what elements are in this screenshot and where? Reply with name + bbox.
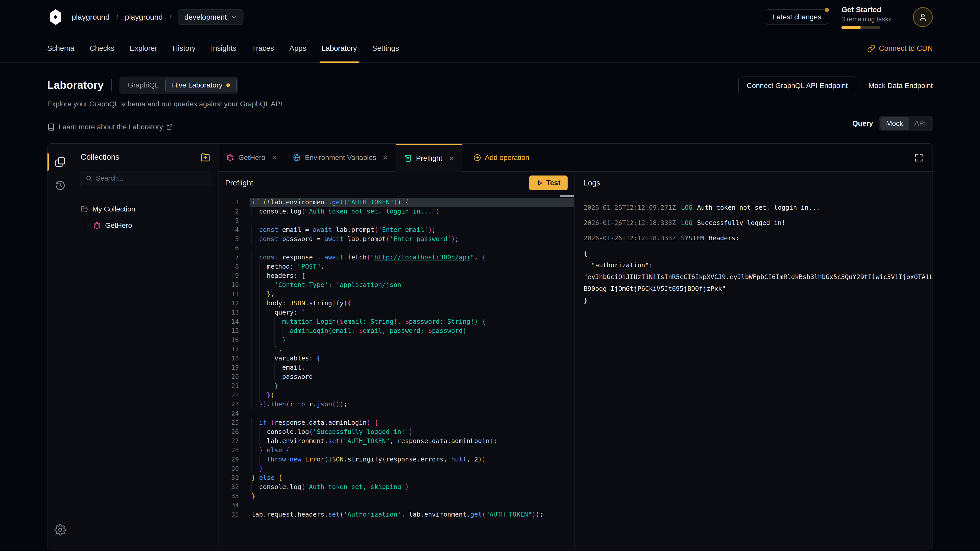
logs-title: Logs	[584, 179, 600, 187]
code-line[interactable]: 8 method: "POST",	[218, 262, 574, 271]
history-icon	[54, 179, 66, 191]
code-line[interactable]: 21 }	[218, 381, 574, 391]
nav-tab-checks[interactable]: Checks	[82, 34, 122, 62]
collections-search[interactable]	[80, 171, 211, 186]
code-line[interactable]: 35lab.request.headers.set('Authorization…	[218, 510, 574, 519]
search-input[interactable]	[96, 175, 206, 183]
line-number: 12	[218, 299, 250, 308]
fullscreen-button[interactable]	[914, 152, 924, 163]
mock-endpoint-button[interactable]: Mock Data Endpoint	[869, 82, 933, 90]
close-tab-icon[interactable]: ×	[449, 154, 454, 163]
tab-gethero[interactable]: GetHero×	[218, 144, 285, 171]
code-editor[interactable]: 1if (!lab.environment.get("AUTH_TOKEN"))…	[218, 194, 574, 549]
latest-changes-button[interactable]: Latest changes	[766, 10, 828, 25]
breadcrumb-org[interactable]: playground	[72, 13, 110, 21]
collection-folder-my-collection[interactable]: My Collection	[80, 201, 211, 218]
close-tab-icon[interactable]: ×	[272, 153, 277, 162]
code-line[interactable]: 5 const password = await lab.prompt('Ent…	[218, 234, 574, 244]
query-api-option[interactable]: API	[909, 117, 932, 130]
main-nav: SchemaChecksExplorerHistoryInsightsTrace…	[0, 34, 980, 63]
tab-environment-variables[interactable]: Environment Variables×	[285, 144, 396, 171]
code-line[interactable]: 33}	[218, 492, 574, 501]
code-line[interactable]: 4 const email = await lab.prompt('Enter …	[218, 225, 574, 234]
settings-rail-button[interactable]	[48, 518, 73, 541]
line-number: 19	[218, 363, 250, 372]
nav-tab-explorer[interactable]: Explorer	[122, 34, 165, 62]
latest-changes-label: Latest changes	[773, 13, 821, 21]
nav-tab-history[interactable]: History	[165, 34, 203, 62]
line-number: 7	[218, 253, 250, 262]
hive-logo-icon[interactable]	[47, 9, 64, 25]
code-line[interactable]: 34	[218, 501, 574, 510]
tab-label: Environment Variables	[305, 154, 376, 162]
breadcrumb: playground / playground / development	[72, 10, 243, 25]
code-line[interactable]: 28 } else {	[218, 446, 574, 455]
code-line[interactable]: 32 console.log('Auth token set, skipping…	[218, 483, 574, 492]
get-started-widget[interactable]: Get Started 3 remaining tasks	[842, 6, 903, 29]
code-line[interactable]: 22 })	[218, 391, 574, 400]
line-number: 1	[218, 198, 250, 207]
page-title: Laboratory	[47, 79, 103, 91]
code-line[interactable]: 10 'Content-Type': 'application/json'	[218, 280, 574, 289]
scrollbar-thumb[interactable]	[560, 195, 574, 197]
code-line[interactable]: 17 `,	[218, 345, 574, 354]
log-raw-line: "authorization":	[584, 259, 932, 271]
laboratory-panel: Collections My Collection GetHero GetHer…	[47, 143, 933, 549]
close-tab-icon[interactable]: ×	[383, 153, 388, 162]
nav-tab-apps[interactable]: Apps	[282, 34, 314, 62]
code-line[interactable]: 25 if (response.data.adminLogin) {	[218, 418, 574, 427]
connect-endpoint-button[interactable]: Connect GraphQL API Endpoint	[738, 76, 856, 95]
nav-tab-laboratory[interactable]: Laboratory	[314, 34, 365, 62]
code-line[interactable]: 13 query: `	[218, 308, 574, 317]
code-line[interactable]: 6	[218, 244, 574, 253]
history-rail-button[interactable]	[48, 174, 73, 197]
code-line[interactable]: 20 password	[218, 372, 574, 381]
test-button[interactable]: Test	[529, 176, 568, 190]
code-line[interactable]: 11 },	[218, 289, 574, 299]
toggle-hive-laboratory[interactable]: Hive Laboratory	[165, 78, 237, 92]
query-mock-option[interactable]: Mock	[880, 117, 909, 130]
learn-more-link[interactable]: Learn more about the Laboratory	[47, 123, 172, 131]
code-line[interactable]: 19 email,	[218, 363, 574, 372]
breadcrumb-project[interactable]: playground	[125, 13, 162, 21]
code-line[interactable]: 31} else {	[218, 473, 574, 483]
nav-tab-settings[interactable]: Settings	[365, 34, 407, 62]
line-number: 11	[218, 289, 250, 299]
collections-rail-button[interactable]	[48, 150, 73, 174]
code-line[interactable]: 2 console.log('Auth token not set, loggi…	[218, 207, 574, 216]
log-raw-line: }	[584, 295, 932, 306]
toggle-graphiql[interactable]: GraphiQL	[121, 78, 165, 92]
page-subtitle: Explore your GraphQL schema and run quer…	[47, 100, 933, 108]
code-line[interactable]: 14 mutation Login($email: String!, $pass…	[218, 317, 574, 326]
tab-preflight[interactable]: Preflight×	[396, 144, 462, 171]
code-line[interactable]: 16 }	[218, 335, 574, 345]
user-avatar[interactable]	[913, 7, 933, 27]
logs-output[interactable]: 2026-01-26T12:12:09.271ZLOGAuth token no…	[574, 194, 932, 549]
code-line[interactable]: 1if (!lab.environment.get("AUTH_TOKEN"))…	[218, 198, 574, 207]
code-line[interactable]: 15 adminLogin(email: $email, password: $…	[218, 326, 574, 335]
operation-gethero[interactable]: GetHero	[93, 218, 211, 233]
code-line[interactable]: 27 lab.environment.set("AUTH_TOKEN", res…	[218, 437, 574, 446]
external-link-icon	[166, 124, 172, 130]
nav-tab-insights[interactable]: Insights	[203, 34, 244, 62]
code-line[interactable]: 30 }	[218, 464, 574, 473]
nav-tab-traces[interactable]: Traces	[244, 34, 282, 62]
nav-tab-schema[interactable]: Schema	[40, 34, 82, 62]
code-line[interactable]: 26 console.log('Successfully logged in!'…	[218, 427, 574, 437]
code-line[interactable]: 24	[218, 409, 574, 418]
target-select[interactable]: development	[178, 10, 243, 25]
code-line[interactable]: 9 headers: {	[218, 271, 574, 280]
code-line[interactable]: 7 const response = await fetch("http://l…	[218, 253, 574, 262]
add-operation-button[interactable]: Add operation	[473, 144, 529, 171]
code-line[interactable]: 29 throw new Error(JSON.stringify(respon…	[218, 455, 574, 464]
code-line[interactable]: 3	[218, 216, 574, 225]
line-number: 32	[218, 483, 250, 492]
script-icon	[404, 154, 412, 162]
code-line[interactable]: 18 variables: {	[218, 354, 574, 363]
collections-title: Collections	[81, 152, 119, 162]
add-collection-icon[interactable]	[200, 152, 210, 162]
code-line[interactable]: 23 }).then(r => r.json());	[218, 400, 574, 409]
connect-cdn-button[interactable]: Connect to CDN	[867, 34, 933, 62]
folder-open-icon	[80, 205, 88, 213]
code-line[interactable]: 12 body: JSON.stringify({	[218, 299, 574, 308]
